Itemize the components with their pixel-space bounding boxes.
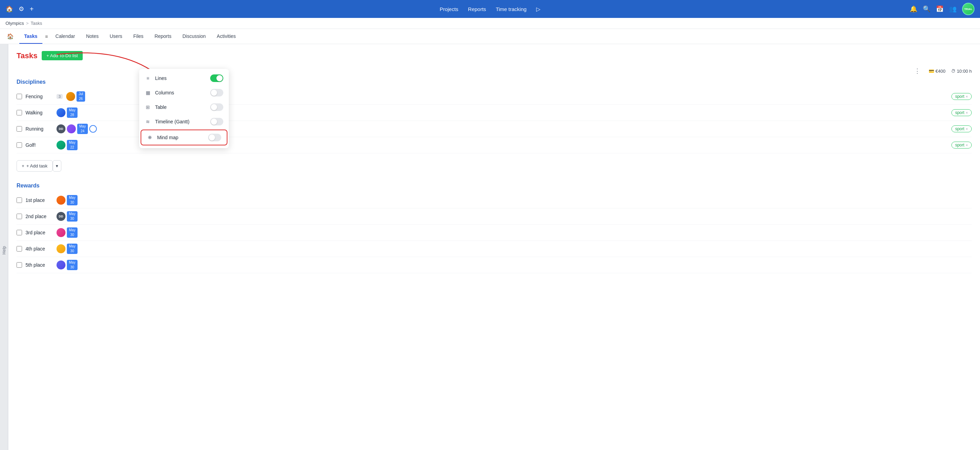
- task-avatars-1st: May30: [57, 195, 78, 205]
- lines-toggle-knob: [216, 75, 223, 81]
- notification-icon[interactable]: 🔔: [910, 5, 917, 13]
- mindmap-label: Mind map: [157, 135, 178, 140]
- users-icon[interactable]: 👥: [949, 5, 956, 13]
- menu-item-columns[interactable]: ▦ Columns: [139, 86, 229, 100]
- budget-icon: 💳: [929, 68, 934, 74]
- task-avatars-running: DD May24: [57, 124, 97, 134]
- tab-activities[interactable]: Activities: [212, 29, 240, 44]
- columns-icon: ▦: [145, 90, 151, 95]
- play-icon[interactable]: ▷: [536, 6, 540, 13]
- time-display: ⏱ 10:00 h: [951, 68, 972, 74]
- tab-bar: 🏠 Tasks ≡ Calendar Notes Users Files Rep…: [0, 29, 980, 44]
- avatar-golf: [57, 141, 65, 149]
- avatar-walking: [57, 108, 65, 117]
- more-options-button[interactable]: ⋮: [912, 66, 923, 76]
- tab-menu-icon[interactable]: ≡: [44, 30, 49, 43]
- rewards-section-title: Rewards: [16, 183, 972, 189]
- columns-toggle[interactable]: [210, 89, 223, 97]
- task-date-5th: May30: [67, 260, 78, 270]
- task-date-3rd: May30: [67, 227, 78, 238]
- help-sidebar: Help: [0, 44, 8, 450]
- tag-remove-icon[interactable]: ×: [966, 127, 968, 131]
- lines-icon: ≡: [145, 75, 151, 81]
- add-task-plus: +: [22, 163, 24, 169]
- add-task-button[interactable]: + + Add task: [16, 160, 53, 172]
- tag-sport-golf: sport ×: [951, 142, 972, 148]
- tab-files[interactable]: Files: [129, 29, 148, 44]
- lines-toggle[interactable]: [210, 75, 223, 82]
- budget-value: €400: [935, 68, 945, 74]
- tag-sport-walking: sport ×: [951, 109, 972, 116]
- add-task-dropdown-button[interactable]: ▾: [53, 160, 61, 172]
- tab-tasks[interactable]: Tasks: [19, 29, 42, 44]
- tab-discussion[interactable]: Discussion: [177, 29, 210, 44]
- task-row: 1st place May30: [16, 192, 972, 208]
- avatar-5th: [57, 261, 65, 269]
- task-row: 5th place May30: [16, 257, 972, 273]
- nav-projects[interactable]: Projects: [440, 6, 458, 12]
- tab-notes[interactable]: Notes: [81, 29, 104, 44]
- menu-item-table[interactable]: ⊞ Table: [139, 100, 229, 114]
- menu-item-mindmap[interactable]: ❋ Mind map: [141, 130, 228, 145]
- mindmap-toggle[interactable]: [208, 134, 221, 141]
- table-toggle[interactable]: [210, 103, 223, 111]
- avatar-1st: [57, 196, 65, 205]
- columns-label: Columns: [155, 90, 174, 95]
- task-date-4th: May30: [67, 243, 78, 254]
- tab-users[interactable]: Users: [105, 29, 127, 44]
- nav-reports[interactable]: Reports: [468, 6, 486, 12]
- rewards-section: Rewards 1st place May30 2nd place DD May…: [16, 183, 972, 273]
- mindmap-icon: ❋: [147, 135, 153, 140]
- view-dropdown-menu: ≡ Lines ▦ Columns ⊞: [139, 69, 229, 148]
- task-checkbox-3rd[interactable]: [16, 230, 22, 235]
- task-checkbox-fencing[interactable]: [16, 94, 22, 99]
- search-icon[interactable]: 🔍: [923, 5, 931, 13]
- task-date-golf: May22: [67, 140, 78, 150]
- time-value: 10:00 h: [957, 68, 972, 74]
- settings-icon[interactable]: ⚙: [19, 5, 24, 13]
- task-checkbox-golf[interactable]: [16, 142, 22, 148]
- add-icon[interactable]: +: [30, 5, 34, 13]
- task-checkbox-4th[interactable]: [16, 246, 22, 251]
- task-row: 2nd place DD May30: [16, 208, 972, 225]
- tag-remove-icon[interactable]: ×: [966, 111, 968, 115]
- timeline-toggle[interactable]: [210, 118, 223, 126]
- tab-calendar[interactable]: Calendar: [51, 29, 80, 44]
- calendar-icon[interactable]: 📅: [936, 5, 943, 13]
- home-icon[interactable]: 🏠: [5, 5, 13, 13]
- task-tags-walking: sport ×: [951, 109, 972, 116]
- breadcrumb-parent[interactable]: Olympics: [5, 21, 24, 26]
- menu-item-timeline[interactable]: ≋ Timeline (Gantt): [139, 114, 229, 129]
- task-checkbox-1st[interactable]: [16, 197, 22, 203]
- tab-home-icon[interactable]: 🏠: [5, 29, 15, 44]
- task-checkbox-2nd[interactable]: [16, 214, 22, 219]
- avatar-2nd-dd: DD: [57, 212, 65, 221]
- tag-remove-icon[interactable]: ×: [966, 143, 968, 147]
- task-name-3rd: 3rd place: [25, 230, 53, 235]
- top-navigation: 🏠 ⚙ + Projects Reports Time tracking ▷ 🔔…: [0, 0, 980, 18]
- task-tags-fencing: sport ×: [951, 93, 972, 100]
- task-checkbox-walking[interactable]: [16, 110, 22, 115]
- tag-remove-icon[interactable]: ×: [966, 94, 968, 99]
- task-avatars-2nd: DD May30: [57, 211, 78, 221]
- avatar-fencing: [66, 92, 75, 101]
- nav-time-tracking[interactable]: Time tracking: [496, 6, 527, 12]
- user-avatar[interactable]: TRIAL: [962, 3, 975, 15]
- task-checkbox-5th[interactable]: [16, 262, 22, 268]
- tasks-header: Tasks + Add To-Do list: [16, 51, 972, 60]
- task-count-fencing: 3: [57, 94, 63, 99]
- task-tags-running: sport ×: [951, 126, 972, 132]
- task-avatars-3rd: May30: [57, 227, 78, 238]
- task-name-fencing: Fencing: [25, 94, 53, 99]
- task-date-running: May24: [77, 124, 88, 134]
- task-name-2nd: 2nd place: [25, 214, 53, 219]
- avatar-4th: [57, 244, 65, 253]
- task-date-1st: May30: [67, 195, 78, 205]
- breadcrumb-separator: >: [26, 21, 29, 26]
- menu-item-lines[interactable]: ≡ Lines: [139, 71, 229, 86]
- tab-reports[interactable]: Reports: [150, 29, 176, 44]
- timeline-label: Timeline (Gantt): [155, 119, 189, 124]
- add-todo-button[interactable]: + Add To-Do list: [42, 51, 83, 60]
- task-checkbox-running[interactable]: [16, 126, 22, 132]
- content-area: Tasks + Add To-Do list ⋮ 💳 €400 ⏱ 10:00 …: [8, 44, 980, 450]
